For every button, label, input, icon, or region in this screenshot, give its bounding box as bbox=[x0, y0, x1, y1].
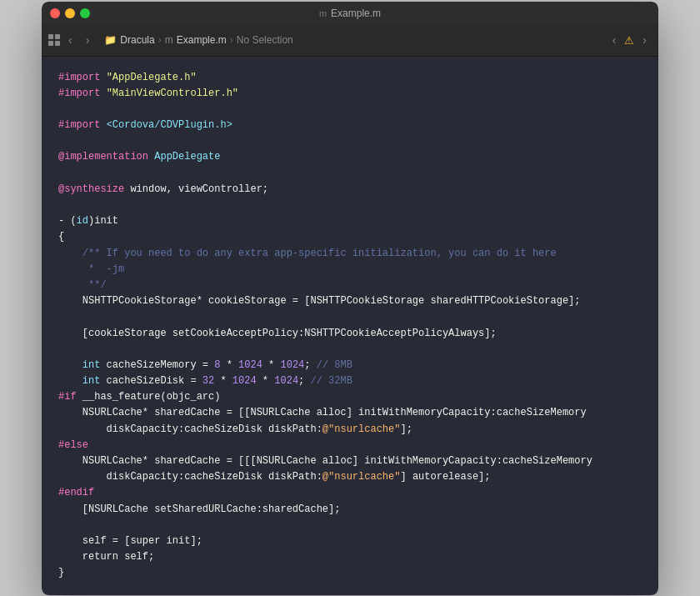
warning-icon: ⚠ bbox=[624, 34, 634, 47]
minimize-button[interactable] bbox=[65, 8, 75, 18]
line-3 bbox=[58, 102, 642, 118]
line-6: @implementation AppDelegate bbox=[58, 149, 642, 165]
nav-left-button[interactable]: ‹ bbox=[608, 30, 622, 50]
forward-button[interactable]: › bbox=[81, 30, 95, 50]
line-19: int cacheSizeMemory = 8 * 1024 * 1024; /… bbox=[58, 358, 642, 373]
line-25: NSURLCache* sharedCache = [[[NSURLCache … bbox=[58, 453, 642, 469]
back-button[interactable]: ‹ bbox=[63, 30, 78, 50]
line-30: self = [super init]; bbox=[58, 533, 642, 549]
app-window: m Example.m ‹ › 📁 Dracula › m Example.m … bbox=[42, 2, 658, 595]
breadcrumb-folder[interactable]: Dracula bbox=[120, 34, 154, 46]
breadcrumb-selection: No Selection bbox=[237, 34, 293, 46]
breadcrumb-sep-2: › bbox=[230, 34, 233, 46]
breadcrumb-file[interactable]: Example.m bbox=[177, 34, 227, 46]
line-18 bbox=[58, 342, 642, 358]
line-21: #if __has_feature(objc_arc) bbox=[58, 389, 642, 405]
toolbar: ‹ › 📁 Dracula › m Example.m › No Selecti… bbox=[42, 25, 658, 57]
line-22: NSURLCache* sharedCache = [[NSURLCache a… bbox=[58, 405, 642, 421]
line-2: #import "MainViewController.h" bbox=[58, 86, 642, 102]
line-20: int cacheSizeDisk = 32 * 1024 * 1024; //… bbox=[58, 373, 642, 389]
folder-icon: 📁 bbox=[104, 34, 117, 46]
breadcrumb: 📁 Dracula › m Example.m › No Selection bbox=[98, 34, 603, 46]
toolbar-right: ‹ ⚠ › bbox=[608, 30, 652, 50]
traffic-lights bbox=[50, 8, 90, 18]
line-14: **/ bbox=[58, 278, 642, 293]
breadcrumb-sep-1: › bbox=[158, 34, 162, 46]
line-29 bbox=[58, 518, 642, 533]
line-24: #else bbox=[58, 438, 642, 453]
title-bar: m Example.m bbox=[42, 2, 658, 25]
line-31: return self; bbox=[58, 549, 642, 565]
line-16 bbox=[58, 309, 642, 325]
line-13: * -jm bbox=[58, 262, 642, 278]
line-23: diskCapacity:cacheSizeDisk diskPath:@"ns… bbox=[58, 422, 642, 438]
line-5 bbox=[58, 133, 642, 149]
line-7 bbox=[58, 166, 642, 182]
window-title: m Example.m bbox=[319, 8, 381, 19]
line-27: #endif bbox=[58, 485, 642, 501]
line-28: [NSURLCache setSharedURLCache:sharedCach… bbox=[58, 502, 642, 518]
line-1: #import "AppDelegate.h" bbox=[58, 70, 642, 86]
line-32: } bbox=[58, 565, 642, 581]
line-4: #import <Cordova/CDVPlugin.h> bbox=[58, 118, 642, 133]
line-17: [cookieStorage setCookieAcceptPolicy:NSH… bbox=[58, 326, 642, 342]
line-8: @synthesize window, viewController; bbox=[58, 182, 642, 198]
breadcrumb-file-icon: m bbox=[165, 34, 173, 46]
line-9 bbox=[58, 198, 642, 213]
code-content: #import "AppDelegate.h" #import "MainVie… bbox=[42, 70, 658, 582]
line-11: { bbox=[58, 229, 642, 245]
line-10: - (id)init bbox=[58, 213, 642, 229]
line-12: /** If you need to do any extra app-spec… bbox=[58, 246, 642, 262]
close-button[interactable] bbox=[50, 8, 60, 18]
file-icon: m bbox=[319, 8, 327, 18]
line-26: diskCapacity:cacheSizeDisk diskPath:@"ns… bbox=[58, 469, 642, 485]
code-editor[interactable]: #import "AppDelegate.h" #import "MainVie… bbox=[42, 57, 658, 595]
nav-right-button[interactable]: › bbox=[638, 30, 652, 50]
maximize-button[interactable] bbox=[80, 8, 90, 18]
line-15: NSHTTPCookieStorage* cookieStorage = [NS… bbox=[58, 293, 642, 309]
grid-icon[interactable] bbox=[48, 34, 60, 46]
